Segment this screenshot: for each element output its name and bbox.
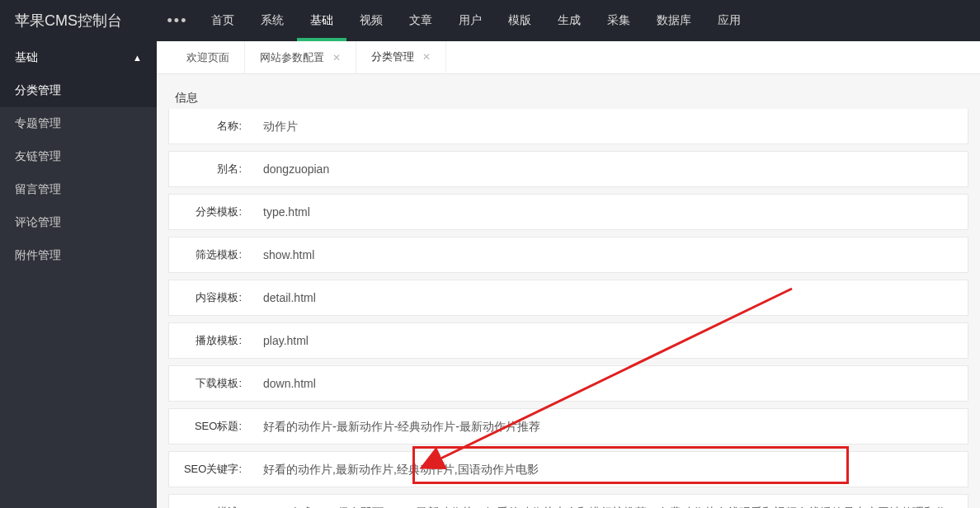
form-panel: 信息 名称:别名:分类模板:筛选模板:内容模板:播放模板:下载模板:SEO标题:… <box>157 74 980 508</box>
nav-item-6[interactable]: 模版 <box>495 0 544 41</box>
nav-item-7[interactable]: 生成 <box>544 0 594 41</box>
app-logo: 苹果CMS控制台 <box>0 0 157 41</box>
form-row-6: 下载模板: <box>168 365 968 402</box>
form-input-5[interactable] <box>263 334 958 347</box>
form-row-1: 别名: <box>168 151 968 187</box>
form-label: 下载模板: <box>169 366 253 401</box>
form-input-6[interactable] <box>263 377 958 390</box>
form-input-1[interactable] <box>263 162 958 176</box>
form-value <box>253 197 968 227</box>
form-label: SEO关键字: <box>169 452 253 487</box>
sidebar-item-1[interactable]: 专题管理 <box>0 107 157 140</box>
tab-2[interactable]: 分类管理✕ <box>356 41 446 73</box>
form-row-4: 内容模板: <box>168 280 968 316</box>
nav-item-2[interactable]: 基础 <box>297 0 346 41</box>
nav-item-4[interactable]: 文章 <box>396 0 445 41</box>
nav-item-0[interactable]: 首页 <box>198 0 247 41</box>
form-row-3: 筛选模板: <box>168 237 968 273</box>
tab-bar: 欢迎页面网站参数配置✕分类管理✕ <box>157 41 980 74</box>
tab-1[interactable]: 网站参数配置✕ <box>245 41 356 73</box>
nav-item-9[interactable]: 数据库 <box>643 0 704 41</box>
top-nav: 首页系统基础视频文章用户模版生成采集数据库应用 <box>198 0 754 41</box>
tab-0[interactable]: 欢迎页面 <box>172 41 245 73</box>
nav-item-10[interactable]: 应用 <box>704 0 754 41</box>
form-value <box>253 412 968 442</box>
form-label: SEO标题: <box>169 409 253 444</box>
form-value <box>253 283 968 313</box>
form-label: 分类模板: <box>169 195 253 229</box>
form-value <box>253 154 968 184</box>
form-input-2[interactable] <box>263 205 958 219</box>
form-input-3[interactable] <box>263 248 958 261</box>
form-input-8[interactable] <box>263 463 958 477</box>
form-value <box>253 369 968 398</box>
form-row-2: 分类模板: <box>168 194 968 230</box>
form-row-8: SEO关键字: <box>168 451 968 487</box>
form-value <box>253 240 968 270</box>
sidebar-item-5[interactable]: 附件管理 <box>0 239 157 272</box>
sidebar-item-4[interactable]: 评论管理 <box>0 206 157 239</box>
sidebar-item-0[interactable]: 分类管理 <box>0 74 157 107</box>
main-area: 欢迎页面网站参数配置✕分类管理✕ 信息 名称:别名:分类模板:筛选模板:内容模板… <box>157 41 980 508</box>
sidebar-head[interactable]: 基础 ▲ <box>0 41 157 74</box>
nav-item-5[interactable]: 用户 <box>445 0 495 41</box>
form-row-9: SEO描述: <box>168 494 968 508</box>
tab-label: 网站参数配置 <box>260 50 324 65</box>
dots-icon[interactable]: ••• <box>157 12 198 30</box>
top-bar: 苹果CMS控制台 ••• 首页系统基础视频文章用户模版生成采集数据库应用 <box>0 0 980 41</box>
form-label: 内容模板: <box>169 280 253 315</box>
sidebar: 基础 ▲ 分类管理专题管理友链管理留言管理评论管理附件管理 <box>0 41 157 508</box>
form-input-7[interactable] <box>263 421 958 434</box>
form-label: 筛选模板: <box>169 238 253 272</box>
form-label: SEO描述: <box>169 495 253 508</box>
sidebar-item-2[interactable]: 友链管理 <box>0 140 157 173</box>
chevron-up-icon: ▲ <box>133 53 142 63</box>
form-value <box>253 454 968 485</box>
form-value <box>253 326 968 355</box>
form-input-4[interactable] <box>263 291 958 304</box>
nav-item-1[interactable]: 系统 <box>247 0 297 41</box>
sidebar-item-3[interactable]: 留言管理 <box>0 173 157 206</box>
form-row-0: 名称: <box>168 109 968 144</box>
close-icon[interactable]: ✕ <box>332 52 341 64</box>
form-value <box>253 111 968 142</box>
nav-item-8[interactable]: 采集 <box>594 0 643 41</box>
close-icon[interactable]: ✕ <box>422 51 431 63</box>
nav-item-3[interactable]: 视频 <box>346 0 396 41</box>
form-row-7: SEO标题: <box>168 408 968 444</box>
form-label: 别名: <box>169 152 253 186</box>
form-label: 播放模板: <box>169 323 253 358</box>
tab-label: 分类管理 <box>371 49 414 64</box>
form-label: 名称: <box>169 109 253 143</box>
form-input-0[interactable] <box>263 120 958 134</box>
sidebar-head-label: 基础 <box>15 50 38 65</box>
tab-label: 欢迎页面 <box>186 50 229 65</box>
form-value <box>253 497 968 509</box>
form-row-5: 播放模板: <box>168 322 968 359</box>
